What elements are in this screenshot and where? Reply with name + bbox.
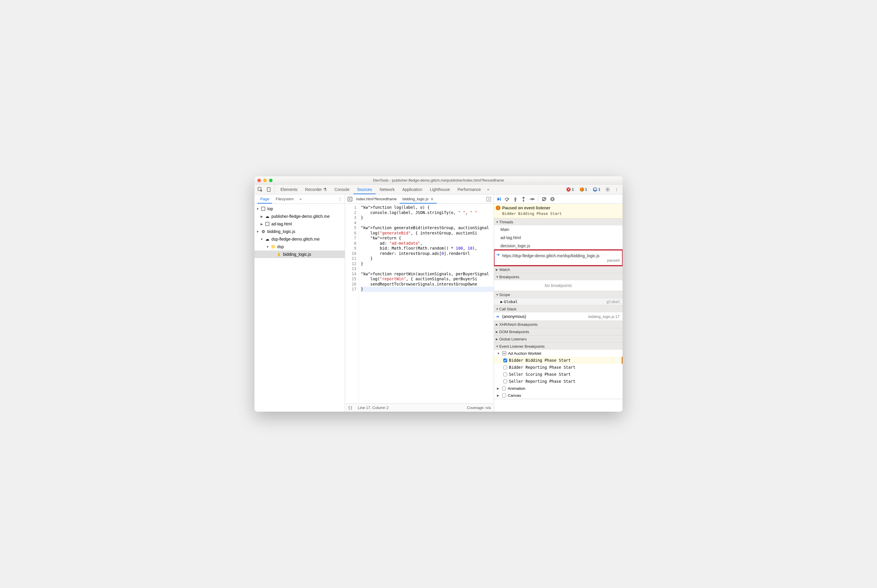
tab-elements[interactable]: Elements: [277, 184, 301, 194]
tree-top-frame[interactable]: ▼ top: [254, 205, 345, 213]
more-tabs-icon[interactable]: »: [485, 186, 491, 193]
section-global-listeners[interactable]: ▶Global Listeners: [494, 336, 623, 342]
tab-network[interactable]: Network: [376, 184, 398, 194]
nav-tab-page[interactable]: Page: [257, 195, 272, 204]
step-into-button[interactable]: [512, 196, 519, 202]
thread-decision[interactable]: decision_logic.js: [494, 242, 623, 250]
section-event-listener-breakpoints[interactable]: ▼Event Listener Breakpoints: [494, 343, 623, 350]
svg-rect-15: [552, 198, 552, 200]
current-frame-arrow-icon: ➔: [496, 314, 499, 319]
resume-button[interactable]: [496, 196, 502, 202]
section-callstack[interactable]: ▼Call Stack: [494, 305, 623, 312]
svg-rect-16: [553, 198, 553, 200]
line-gutter[interactable]: 1234567891011121314151617: [345, 204, 359, 404]
svg-rect-4: [262, 207, 265, 210]
thread-main[interactable]: Main: [494, 225, 623, 234]
cursor-position: Line 17, Column 2: [358, 405, 389, 410]
svg-rect-5: [266, 222, 269, 226]
step-out-button[interactable]: [520, 196, 527, 202]
inspect-element-icon[interactable]: [257, 186, 263, 193]
window-title: DevTools - publisher-fledge-demo.glitch.…: [254, 178, 623, 183]
frame-icon: [261, 206, 266, 211]
warning-count[interactable]: !1: [578, 186, 589, 192]
nav-kebab-icon[interactable]: ⋮: [337, 196, 343, 202]
editor-tab-bidding[interactable]: bidding_logic.js✕: [400, 195, 437, 204]
tree-origin-dsp[interactable]: ▼ ☁ dsp-fledge-demo.glitch.me: [254, 236, 345, 243]
close-tab-icon[interactable]: ✕: [430, 197, 434, 201]
ev-seller-scoring-start[interactable]: Seller Scoring Phase Start: [494, 371, 623, 378]
checkbox[interactable]: [503, 380, 507, 383]
section-xhr-breakpoints[interactable]: ▶XHR/fetch Breakpoints: [494, 321, 623, 328]
ev-category-canvas[interactable]: ▶ Canvas: [494, 392, 623, 399]
thread-current-bidding[interactable]: ➔ https://dsp-fledge-demo.glitch.me/dsp/…: [494, 250, 623, 266]
tree-origin-publisher[interactable]: ▶ ☁ publisher-fledge-demo.glitch.me: [254, 213, 345, 220]
svg-rect-1: [267, 188, 271, 192]
ev-category-ad-auction[interactable]: ▼ Ad Auction Worklet: [494, 350, 623, 357]
svg-rect-7: [487, 197, 491, 201]
kebab-menu-icon[interactable]: ⋮: [613, 186, 620, 193]
tab-lighthouse[interactable]: Lighthouse: [426, 184, 453, 194]
ev-seller-reporting-start[interactable]: Seller Reporting Phase Start: [494, 378, 623, 385]
run-snippet-icon[interactable]: [486, 196, 492, 202]
device-toolbar-icon[interactable]: [266, 186, 272, 193]
pause-exceptions-button[interactable]: [549, 196, 556, 202]
callstack-frame-0[interactable]: ➔ (anonymous) bidding_logic.js:17: [494, 312, 623, 321]
svg-rect-6: [348, 197, 352, 201]
scope-global[interactable]: ▶Global global: [494, 298, 623, 305]
checkbox[interactable]: [502, 387, 506, 390]
paused-banner: ! Paused on event listener Bidder Biddin…: [494, 204, 623, 218]
tab-recorder[interactable]: Recorder ⚗: [301, 184, 330, 194]
editor-panel: index.html?fencedframe bidding_logic.js✕…: [345, 195, 494, 412]
step-over-button[interactable]: [504, 196, 510, 202]
breakpoints-empty: No breakpoints: [494, 280, 623, 291]
tree-file-bidding-logic[interactable]: ▮ bidding_logic.js: [254, 250, 345, 258]
deactivate-breakpoints-button[interactable]: [541, 196, 548, 202]
section-scope[interactable]: ▼Scope: [494, 291, 623, 298]
checkbox-mixed-icon[interactable]: [502, 351, 506, 355]
flask-icon: ⚗: [323, 187, 327, 192]
ev-category-animation[interactable]: ▶ Animation: [494, 385, 623, 392]
error-count[interactable]: ✕1: [565, 186, 576, 192]
thread-adtag[interactable]: ad-tag.html: [494, 234, 623, 242]
paused-reason: Bidder Bidding Phase Start: [502, 210, 620, 216]
warning-icon: !: [496, 206, 501, 210]
ev-bidder-bidding-start[interactable]: Bidder Bidding Phase Start: [494, 357, 623, 364]
svg-point-10: [515, 200, 516, 201]
checkbox[interactable]: [503, 366, 507, 369]
section-breakpoints[interactable]: ▼Breakpoints: [494, 273, 623, 280]
svg-point-14: [551, 197, 555, 201]
file-icon: ▮: [277, 252, 281, 256]
tree-bidding-worklet[interactable]: ▼ ⚙ bidding_logic.js: [254, 228, 345, 236]
nav-tab-filesystem[interactable]: Filesystem: [272, 195, 296, 204]
checkbox[interactable]: [503, 358, 507, 362]
svg-point-12: [534, 198, 534, 200]
tree-folder-dsp[interactable]: ▼ 📁 dsp: [254, 243, 345, 250]
checkbox[interactable]: [503, 372, 507, 376]
step-button[interactable]: [528, 196, 535, 202]
file-nav-icon[interactable]: [347, 196, 353, 202]
format-icon[interactable]: {}: [348, 405, 353, 410]
svg-point-11: [523, 200, 524, 201]
tab-sources[interactable]: Sources: [354, 184, 375, 194]
section-threads[interactable]: ▼Threads: [494, 218, 623, 225]
section-dom-breakpoints[interactable]: ▶DOM Breakpoints: [494, 328, 623, 335]
settings-icon[interactable]: [605, 186, 611, 193]
tree-adtag-frame[interactable]: ▶ ad-tag.html: [254, 220, 345, 228]
titlebar: DevTools - publisher-fledge-demo.glitch.…: [254, 176, 623, 184]
issues-count[interactable]: 💬1: [591, 186, 602, 192]
ev-bidder-reporting-start[interactable]: Bidder Reporting Phase Start: [494, 364, 623, 371]
editor-tab-index[interactable]: index.html?fencedframe: [353, 195, 400, 204]
nav-more-tabs-icon[interactable]: »: [297, 196, 304, 202]
svg-rect-8: [500, 197, 501, 201]
coverage-status: Coverage: n/a: [467, 405, 491, 410]
code-content[interactable]: "kw">function log(label, o) { console.lo…: [359, 204, 494, 404]
section-watch[interactable]: ▶Watch: [494, 266, 623, 273]
editor-status-bar: {} Line 17, Column 2 Coverage: n/a: [345, 404, 494, 412]
tab-console[interactable]: Console: [331, 184, 353, 194]
tab-performance[interactable]: Performance: [454, 184, 484, 194]
file-tree: ▼ top ▶ ☁ publisher-fledge-demo.glitch.m…: [254, 204, 345, 412]
checkbox[interactable]: [502, 393, 506, 398]
navigator-panel: Page Filesystem » ⋮ ▼ top ▶ ☁ publisher-…: [254, 195, 345, 412]
tab-application[interactable]: Application: [399, 184, 426, 194]
cloud-icon: ☁: [265, 214, 270, 219]
